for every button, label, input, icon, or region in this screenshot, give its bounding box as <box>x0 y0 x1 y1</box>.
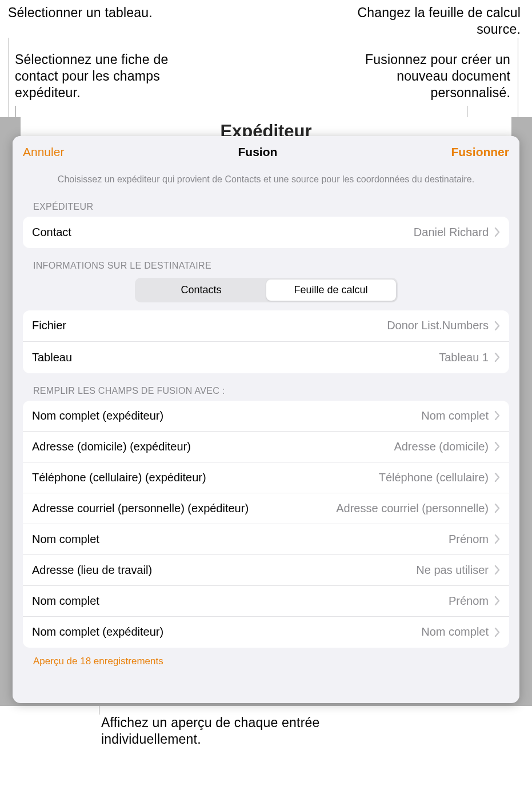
table-value: Tableau 1 <box>439 351 494 364</box>
panel-title: Fusion <box>238 145 278 159</box>
panel-subtitle: Choisissez un expéditeur qui provient de… <box>13 168 519 189</box>
table-row[interactable]: Tableau Tableau 1 <box>23 342 509 373</box>
section-fill-label: REMPLIR LES CHAMPS DE FUSION AVEC : <box>13 373 519 401</box>
merge-field-row[interactable]: Nom complet (expéditeur) Nom complet <box>23 617 509 648</box>
merge-field-label: Nom complet <box>32 595 99 608</box>
merge-field-label: Nom complet (expéditeur) <box>32 409 163 422</box>
section-sender-label: EXPÉDITEUR <box>13 189 519 217</box>
chevron-right-icon <box>494 628 500 637</box>
source-group: Fichier Donor List.Numbers Tableau Table… <box>23 310 509 373</box>
table-label: Tableau <box>32 351 72 364</box>
merge-field-value: Ne pas utiliser <box>416 564 494 577</box>
merge-panel: Annuler Fusion Fusionner Choisissez un e… <box>13 136 519 703</box>
callout-merge: Fusionnez pour créer un nouveau document… <box>327 51 510 101</box>
merge-field-value: Téléphone (cellulaire) <box>379 471 494 484</box>
chevron-right-icon <box>494 228 500 237</box>
callout-select-table: Sélectionner un tableau. <box>8 5 157 21</box>
merge-field-row[interactable]: Téléphone (cellulaire) (expéditeur) Télé… <box>23 462 509 493</box>
sender-group: Contact Daniel Richard <box>23 217 509 248</box>
chevron-right-icon <box>494 321 500 330</box>
callout-change-source: Changez la feuille de calcul source. <box>349 5 521 38</box>
merge-field-value: Adresse courriel (personnelle) <box>336 502 494 515</box>
preview-records-link[interactable]: Aperçu de 18 enregistrements <box>13 648 519 667</box>
merge-fields-group: Nom complet (expéditeur) Nom complet Adr… <box>23 401 509 648</box>
source-segmented-control: Contacts Feuille de calcul <box>135 278 398 302</box>
file-value: Donor List.Numbers <box>387 319 494 332</box>
chevron-right-icon <box>494 565 500 574</box>
merge-field-row[interactable]: Adresse (domicile) (expéditeur) Adresse … <box>23 432 509 462</box>
merge-field-label: Adresse (lieu de travail) <box>32 564 152 577</box>
merge-button[interactable]: Fusionner <box>451 145 509 159</box>
merge-field-row[interactable]: Nom complet (expéditeur) Nom complet <box>23 401 509 432</box>
chevron-right-icon <box>494 596 500 605</box>
merge-field-row[interactable]: Adresse courriel (personnelle) (expédite… <box>23 493 509 524</box>
chevron-right-icon <box>494 504 500 513</box>
chevron-right-icon <box>494 534 500 544</box>
chevron-right-icon <box>494 473 500 482</box>
section-recipient-label: INFORMATIONS SUR LE DESTINATAIRE <box>13 248 519 276</box>
merge-field-label: Téléphone (cellulaire) (expéditeur) <box>32 471 206 484</box>
merge-field-label: Adresse (domicile) (expéditeur) <box>32 440 191 453</box>
cancel-button[interactable]: Annuler <box>23 145 64 159</box>
merge-field-label: Adresse courriel (personnelle) (expédite… <box>32 502 249 515</box>
merge-field-row[interactable]: Nom complet Prénom <box>23 524 509 555</box>
callout-preview: Affichez un aperçu de chaque entrée indi… <box>101 715 341 748</box>
file-label: Fichier <box>32 319 66 332</box>
segment-contacts[interactable]: Contacts <box>137 280 266 301</box>
merge-field-value: Adresse (domicile) <box>394 440 494 453</box>
callout-select-contact: Sélectionnez une fiche de contact pour l… <box>15 51 186 101</box>
segment-spreadsheet[interactable]: Feuille de calcul <box>266 280 396 301</box>
merge-field-label: Nom complet (expéditeur) <box>32 625 163 639</box>
merge-field-value: Prénom <box>449 595 494 608</box>
merge-field-value: Nom complet <box>421 625 494 639</box>
merge-field-value: Nom complet <box>421 409 494 422</box>
chevron-right-icon <box>494 442 500 451</box>
contact-row[interactable]: Contact Daniel Richard <box>23 217 509 248</box>
merge-field-label: Nom complet <box>32 533 99 546</box>
merge-field-row[interactable]: Adresse (lieu de travail) Ne pas utilise… <box>23 555 509 586</box>
panel-header: Annuler Fusion Fusionner <box>13 136 519 168</box>
file-row[interactable]: Fichier Donor List.Numbers <box>23 310 509 342</box>
contact-value: Daniel Richard <box>414 226 494 239</box>
contact-label: Contact <box>32 226 71 239</box>
merge-field-row[interactable]: Nom complet Prénom <box>23 586 509 617</box>
chevron-right-icon <box>494 411 500 420</box>
segmented-wrap: Contacts Feuille de calcul <box>13 276 519 310</box>
chevron-right-icon <box>494 353 500 362</box>
merge-field-value: Prénom <box>449 533 494 546</box>
